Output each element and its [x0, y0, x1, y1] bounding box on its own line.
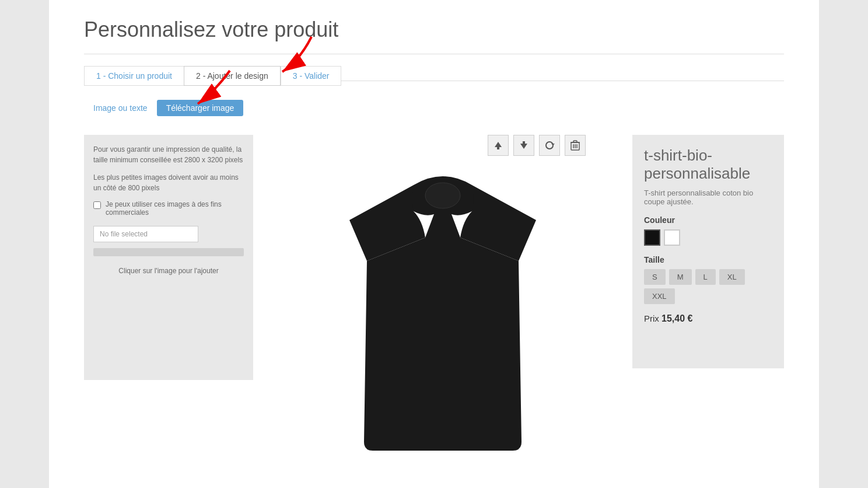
move-up-icon [493, 140, 503, 151]
checkbox-row: Je peux utiliser ces images à des fins c… [93, 200, 244, 217]
file-input-display[interactable]: No file selected [93, 226, 198, 242]
tshirt-svg [320, 168, 565, 459]
commercial-use-label: Je peux utiliser ces images à des fins c… [106, 200, 244, 217]
svg-rect-5 [523, 141, 525, 144]
center-panel [265, 135, 621, 465]
toolbar-delete-btn[interactable] [565, 135, 586, 156]
toolbar-move-down-btn[interactable] [513, 135, 534, 156]
size-grid: S M L XL XXL [644, 269, 772, 304]
trash-icon [570, 140, 580, 151]
tshirt-container[interactable] [309, 162, 577, 465]
svg-point-13 [425, 183, 460, 208]
color-swatch-white[interactable] [664, 229, 680, 246]
toolbar [488, 135, 586, 156]
toolbar-move-up-btn[interactable] [488, 135, 509, 156]
progress-bar-container [93, 248, 244, 256]
svg-marker-2 [495, 142, 502, 147]
svg-marker-6 [551, 144, 555, 145]
svg-rect-9 [573, 141, 577, 142]
tab-step1[interactable]: 1 - Choisir un produit [84, 66, 184, 86]
size-btn-s[interactable]: S [644, 269, 666, 285]
size-btn-m[interactable]: M [669, 269, 692, 285]
size-btn-l[interactable]: L [695, 269, 716, 285]
main-content: Pour vous garantir une impression de qua… [84, 135, 784, 465]
small-image-note: Les plus petites images doivent avoir au… [93, 172, 244, 193]
price-row: Prix 15,40 € [644, 313, 772, 324]
tabs-row: 1 - Choisir un produit 2 - Ajouter le de… [84, 66, 784, 86]
subtab-image-text[interactable]: Image ou texte [84, 100, 157, 116]
color-label: Couleur [644, 215, 772, 225]
toolbar-rotate-btn[interactable] [539, 135, 560, 156]
product-name: t-shirt-bio-personnalisable [644, 147, 772, 183]
left-panel: Pour vous garantir une impression de qua… [84, 135, 253, 380]
svg-marker-4 [520, 144, 527, 149]
page-wrapper: Personnalisez votre produit 1 - Choisir … [49, 0, 819, 488]
svg-rect-3 [497, 147, 499, 149]
size-btn-xl[interactable]: XL [719, 269, 745, 285]
quality-note: Pour vous garantir une impression de qua… [93, 144, 244, 165]
rotate-icon [544, 140, 555, 151]
size-btn-xxl[interactable]: XXL [644, 288, 675, 304]
color-swatch-black[interactable] [644, 229, 660, 246]
sub-tabs: Image ou texte Télécharger image [84, 100, 243, 116]
size-label: Taille [644, 255, 772, 264]
tab-step2[interactable]: 2 - Ajouter le design [184, 66, 281, 86]
commercial-use-checkbox[interactable] [93, 201, 101, 209]
product-desc: T-shirt personnalisable coton bio coupe … [644, 189, 772, 206]
color-swatches [644, 229, 772, 246]
page-title: Personnalisez votre produit [84, 18, 784, 42]
click-hint: Cliquer sur l'image pour l'ajouter [93, 266, 244, 276]
price-label: Prix [644, 313, 659, 323]
price-value: 15,40 € [662, 313, 692, 323]
tab-step3[interactable]: 3 - Valider [281, 66, 342, 86]
move-down-icon [519, 140, 529, 151]
divider [84, 54, 784, 54]
right-panel: t-shirt-bio-personnalisable T-shirt pers… [632, 135, 784, 368]
subtab-upload-image[interactable]: Télécharger image [157, 100, 244, 116]
